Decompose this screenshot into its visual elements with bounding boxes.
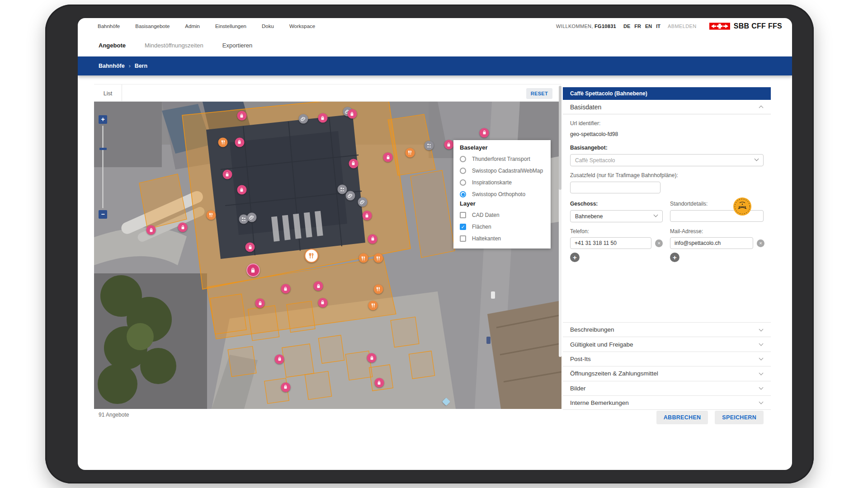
baselayer-option-orthophoto[interactable]: Swisstopo Orthophoto [460,188,551,200]
map-marker-meeting-point[interactable] [239,214,248,224]
zoom-slider-track [102,126,104,208]
section-post-its[interactable]: Post-Its [563,352,771,366]
section-interne-bemerkungen[interactable]: Interne Bemerkungen [563,395,771,410]
mail-input[interactable] [670,237,753,249]
add-telefon-button[interactable]: + [570,253,580,262]
lang-fr[interactable]: FR [634,23,641,29]
lang-it[interactable]: IT [656,23,660,29]
map-marker-meeting-point[interactable] [338,184,347,194]
section-oeffnungszeiten-zahlungsmittel[interactable]: Öffnungszeiten & Zahlungsmittel [563,366,771,380]
checkbox-checked-icon[interactable]: ✓ [460,224,466,230]
map-marker-shop[interactable] [362,211,372,221]
map-marker-shop[interactable] [237,185,246,195]
nav-item-bahnhoefe[interactable]: Bahnhöfe [98,23,120,29]
add-mail-button[interactable]: + [670,253,679,262]
map-marker-shop[interactable] [368,234,377,244]
clear-telefon-button[interactable]: × [655,239,663,247]
map-marker-shop[interactable] [237,111,246,121]
breadcrumb-bahnhoefe[interactable]: Bahnhöfe [99,63,125,69]
map-marker-attachment[interactable] [358,197,367,206]
radio-icon[interactable] [460,179,466,186]
section-bilder[interactable]: Bilder [563,381,771,395]
checkbox-icon[interactable] [460,212,466,218]
nav-item-einstellungen[interactable]: Einstellungen [215,23,246,29]
checkbox-icon[interactable] [460,235,466,242]
details-panel-title: Caffè Spettacolo (Bahnebene) [563,87,771,100]
map-marker-shop[interactable] [255,299,265,308]
section-basisdaten[interactable]: Basisdaten [563,100,771,114]
geschoss-select[interactable]: Bahnebene [570,210,663,222]
map-marker-shop[interactable] [367,353,377,363]
map-marker-shop-large[interactable] [246,263,260,277]
map-marker-shop[interactable] [146,225,156,235]
map-marker-restaurant[interactable] [359,253,368,263]
nav-item-basisangebote[interactable]: Basisangebote [135,23,170,29]
map-canvas[interactable]: + − Baselayer Thunderforest Transport Sw… [94,102,561,409]
map-marker-restaurant[interactable] [373,284,383,294]
nav-item-admin[interactable]: Admin [185,23,200,29]
breadcrumb-bern[interactable]: Bern [135,63,147,69]
tab-angebote[interactable]: Angebote [99,42,126,49]
layer-option-haltekanten[interactable]: Haltekanten [460,233,551,244]
baselayer-option-inspirationskarte[interactable]: Inspirationskarte [460,177,551,188]
lang-de[interactable]: DE [623,23,630,29]
map-marker-shop[interactable] [235,137,244,147]
map-marker-shop[interactable] [178,223,188,232]
map-marker-attachment[interactable] [247,212,257,222]
map-marker-shop[interactable] [314,282,323,291]
map-marker-shop[interactable] [383,153,393,162]
map-marker-shop[interactable] [318,298,327,307]
map-marker-shop[interactable] [245,243,255,252]
baselayer-option-thunderforest[interactable]: Thunderforest Transport [460,153,551,165]
chevron-up-icon[interactable] [759,106,764,110]
map-panel-header: List RESET [94,84,561,102]
section-gueltigkeit-und-freigabe[interactable]: Gültigkeit und Freigabe [563,337,771,351]
map-marker-shop[interactable] [374,378,384,388]
panel-scrollbar-thumb[interactable] [559,86,561,190]
nav-item-doku[interactable]: Doku [262,23,274,29]
map-marker-restaurant[interactable] [405,148,415,157]
telefon-input[interactable] [570,237,651,249]
zoom-slider-thumb[interactable] [99,148,107,150]
map-marker-shop[interactable] [275,354,284,364]
map-marker-shop[interactable] [480,128,489,137]
map-marker-meeting-point[interactable] [425,141,434,150]
breadcrumb: Bahnhöfe › Bern [78,56,792,75]
map-marker-attachment[interactable] [345,191,355,201]
layer-option-cad-daten[interactable]: CAD Daten [460,209,551,221]
map-marker-restaurant-selected[interactable] [304,249,318,263]
map-marker-attachment[interactable] [299,114,308,124]
zoom-in-button[interactable]: + [99,115,107,124]
tab-exportieren[interactable]: Exportieren [222,42,252,49]
clear-mail-button[interactable]: × [757,239,764,247]
map-marker-shop[interactable] [349,159,358,168]
reset-button[interactable]: RESET [526,88,552,99]
map-marker-shop[interactable] [281,382,290,392]
radio-selected-icon[interactable] [460,191,466,197]
zoom-out-button[interactable]: − [99,210,107,219]
baselayer-option-cadastral[interactable]: Swisstopo CadastralWebMap [460,165,551,177]
map-marker-restaurant[interactable] [206,210,216,220]
map-marker-shop[interactable] [318,113,327,123]
lang-en[interactable]: EN [645,23,652,29]
map-marker-shop[interactable] [347,109,357,119]
tab-list[interactable]: List [94,84,122,102]
tab-mindestoeffnungszeiten[interactable]: Mindestöffnungszeiten [145,42,203,49]
map-marker-restaurant[interactable] [218,137,228,147]
radio-icon[interactable] [460,168,466,174]
map-marker-shop[interactable] [222,170,232,179]
cancel-button[interactable]: ABBRECHEN [656,411,708,424]
map-marker-restaurant[interactable] [368,300,378,310]
map-marker-restaurant[interactable] [373,253,383,263]
zusatzfeld-input[interactable] [570,182,660,193]
logout-link[interactable]: ABMELDEN [668,23,697,29]
layer-option-flaechen[interactable]: ✓ Flächen [460,221,551,233]
nav-item-workspace[interactable]: Workspace [289,23,315,29]
section-beschreibungen[interactable]: Beschreibungen [563,322,771,337]
basisangebot-select[interactable]: Caffè Spettacolo [570,154,764,166]
map-marker-shop[interactable] [444,140,453,150]
save-button[interactable]: SPEICHERN [715,411,764,424]
map-marker-shop[interactable] [281,284,290,294]
radio-icon[interactable] [460,156,466,162]
chevron-down-icon [759,371,764,375]
